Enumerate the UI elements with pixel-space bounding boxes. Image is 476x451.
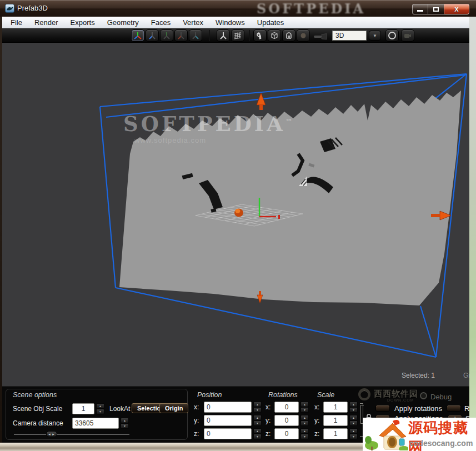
circle-button[interactable] [385,29,399,42]
camera-icon [403,31,413,41]
position-y-input[interactable] [204,415,252,426]
viewport-watermark-url: www.softpedia.com [134,136,206,144]
scale-x-label: x: [314,403,319,411]
axis-green-icon [162,31,172,41]
toolbar-separator-2 [249,30,249,41]
codesocang-url: codesocang.com [409,439,473,448]
window-border-right [469,17,476,443]
chevron-down-icon: ▼ [373,33,377,38]
scale-z-spinner[interactable]: ▲▼ [349,428,358,439]
menu-faces[interactable]: Faces [145,17,177,28]
flashlight-icon[interactable] [313,32,328,39]
menu-file[interactable]: File [4,17,28,28]
camera-distance-slider-track[interactable] [14,434,129,435]
maximize-icon [433,7,439,12]
menu-exports[interactable]: Exports [64,17,101,28]
scale-y-input[interactable] [323,415,348,426]
axis-red-icon [176,31,186,41]
xixi-watermark: 西西软件园 DOWN.COM [358,388,442,405]
position-y-label: y: [194,417,199,424]
xixi-logo-sub: DOWN.COM [387,398,414,402]
scale-y-spinner[interactable]: ▲▼ [349,415,358,426]
rotations-y-label: y: [265,417,270,424]
sphere-button[interactable] [297,29,310,42]
titlebar-watermark: SOFTPEDIA [257,1,368,17]
position-x-spinner[interactable]: ▲▼ [253,402,262,413]
minimize-button[interactable] [412,4,428,14]
menu-geometry[interactable]: Geometry [101,17,145,28]
circle-icon [387,31,397,41]
axis-cyan-button[interactable] [189,29,202,42]
scale-x-spinner[interactable]: ▲▼ [349,402,358,413]
position-y-spinner[interactable]: ▲▼ [253,415,262,426]
lookat-label: LookAt [109,405,130,413]
apply-rotations-toggle[interactable] [375,405,390,412]
sphere-icon [298,31,308,41]
scene-options-header: Scene options [13,391,57,399]
main-toolbar: 3D ▼ [2,28,469,43]
position-z-spinner[interactable]: ▲▼ [253,428,262,439]
wrench-icon [255,31,265,41]
position-x-label: x: [194,403,199,411]
cube-icon [269,31,279,41]
axis-cyan-icon [191,31,201,41]
tripod-white-icon [218,31,228,41]
axis-tripod-rgb-button[interactable] [131,29,144,42]
rotations-x-label: x: [265,403,270,411]
maximize-button[interactable] [428,4,444,14]
menu-render[interactable]: Render [28,17,64,28]
window-title: Prefab3D [17,4,48,12]
scene-obj-scale-input[interactable] [72,403,94,414]
rotations-y-spinner[interactable]: ▲▼ [300,415,309,426]
axis-red-button[interactable] [174,29,188,42]
rotations-z-spinner[interactable]: ▲▼ [300,428,309,439]
app-icon [5,4,14,13]
scale-x-input[interactable] [323,402,348,413]
scene-obj-scale-spinner[interactable]: ▲▼ [96,403,104,414]
close-button[interactable]: X [444,4,469,14]
menu-windows[interactable]: Windows [209,17,251,28]
rotations-x-spinner[interactable]: ▲▼ [300,402,309,413]
mode-select[interactable]: 3D [332,31,367,41]
camera-distance-input[interactable] [72,418,119,429]
camera-distance-spinner[interactable]: ▲▼ [121,418,129,429]
status-selected: Selected: 1 [402,372,435,379]
debug-radio[interactable] [420,392,427,399]
axis-blue-button[interactable] [146,29,159,42]
scene-obj-scale-label: Scene Obj Scale [13,405,62,413]
camera-button[interactable] [401,29,414,42]
magnet-icon [284,31,294,41]
camera-distance-label: Camera distance [13,419,63,427]
menu-vertex[interactable]: Vertex [177,17,209,28]
lookat-origin-button[interactable]: Origin [159,403,188,413]
mode-dropdown-button[interactable]: ▼ [369,31,381,41]
title-bar[interactable]: Prefab3D SOFTPEDIA X [0,0,476,17]
scale-z-input[interactable] [323,428,348,439]
viewport-watermark-title: SOFTPEDIA™ [123,112,292,136]
position-x-input[interactable] [204,402,252,413]
camera-distance-slider-handle[interactable]: ◄► [46,431,57,437]
rotations-x-input[interactable] [274,402,299,413]
scene-options-group: Scene options Scene Obj Scale ▲▼ LookAt … [6,389,188,440]
tripod-white-button[interactable] [217,29,230,42]
rotations-header: Rotations [268,391,298,399]
rec-toggle[interactable] [447,405,461,412]
wrench-button[interactable] [253,29,267,42]
rotations-y-input[interactable] [274,415,299,426]
selected-sphere[interactable] [234,209,243,217]
viewport-3d[interactable]: SOFTPEDIA™ www.softpedia.com Selected: 1… [2,43,469,386]
menu-bar: File Render Exports Geometry Faces Verte… [2,17,469,28]
house-logo-icon [364,419,408,450]
scale-z-label: z: [314,430,319,438]
axis-green-button[interactable] [160,29,173,42]
magnet-button[interactable] [282,29,295,42]
prefab3d-window: { "window": { "title": "Prefab3D", "wate… [0,0,476,451]
menu-updates[interactable]: Updates [251,17,290,28]
status-grid: Grid [463,372,469,379]
codesocang-watermark: 源码搜藏网 codesocang.com [363,418,476,451]
cube-button[interactable] [268,29,281,42]
scale-y-label: y: [314,417,319,424]
rotations-z-input[interactable] [274,428,299,439]
grid-mesh-button[interactable] [231,29,244,42]
position-z-input[interactable] [204,428,252,439]
